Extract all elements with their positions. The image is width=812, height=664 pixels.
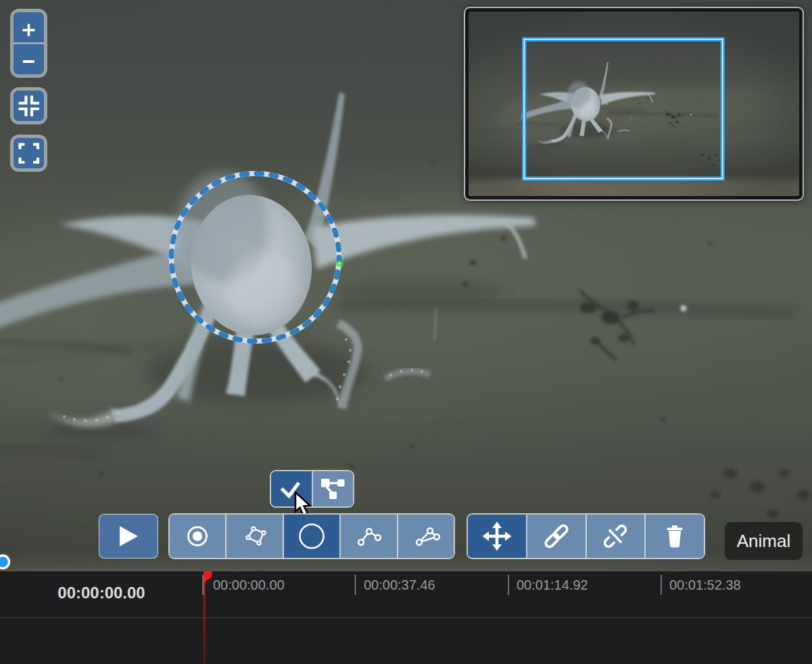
svg-text:00:00:00.00: 00:00:00.00	[57, 584, 145, 602]
svg-text:00:01:14.92: 00:01:14.92	[517, 577, 588, 592]
svg-text:00:00:37.46: 00:00:37.46	[364, 577, 435, 592]
svg-text:00:00:00.00: 00:00:00.00	[213, 577, 285, 592]
svg-text:00:01:52.38: 00:01:52.38	[669, 577, 741, 592]
